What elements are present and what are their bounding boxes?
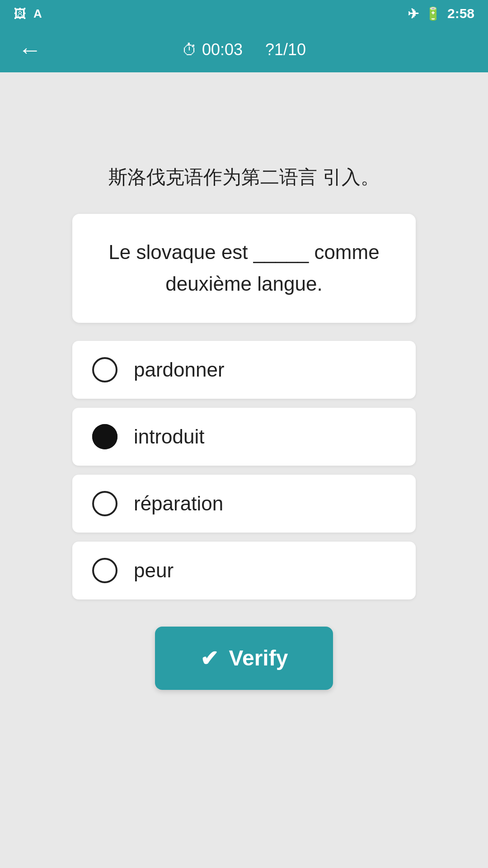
status-bar: 🖼 A ✈ 🔋 2:58 [0, 0, 488, 27]
radio-circle-4 [92, 558, 117, 583]
option-label-1: pardonner [134, 359, 225, 381]
clock-display: 2:58 [447, 6, 474, 21]
question-count: ?1/10 [265, 40, 306, 59]
radio-circle-3 [92, 491, 117, 516]
back-button[interactable]: ← [18, 36, 42, 63]
option-label-4: peur [134, 559, 174, 582]
status-left-icons: 🖼 A [14, 6, 42, 21]
text-status-icon: A [33, 7, 42, 21]
verify-button[interactable]: ✔ Verify [155, 627, 333, 690]
radio-circle-1 [92, 357, 117, 382]
radio-circle-2 [92, 424, 117, 449]
header-info: ⏱ 00:03 ?1/10 [182, 40, 306, 59]
question-card: Le slovaque est _____ comme deuxième lan… [72, 214, 416, 323]
option-introduit[interactable]: introduit [72, 408, 416, 466]
timer-icon: ⏱ [182, 41, 197, 59]
timer-value: 00:03 [202, 40, 243, 59]
battery-icon: 🔋 [425, 6, 441, 21]
timer-display: ⏱ 00:03 [182, 40, 243, 59]
header-bar: ← ⏱ 00:03 ?1/10 [0, 27, 488, 72]
question-context: 斯洛伐克语作为第二语言 引入。 [108, 163, 380, 191]
question-count-value: ?1/10 [265, 40, 306, 59]
verify-label: Verify [229, 646, 288, 670]
main-content: 斯洛伐克语作为第二语言 引入。 Le slovaque est _____ co… [0, 72, 488, 868]
option-label-2: introduit [134, 425, 205, 448]
option-pardonner[interactable]: pardonner [72, 341, 416, 399]
option-peur[interactable]: peur [72, 542, 416, 599]
image-status-icon: 🖼 [14, 6, 26, 21]
status-right-icons: ✈ 🔋 2:58 [408, 6, 474, 22]
airplane-icon: ✈ [408, 6, 419, 22]
verify-checkmark-icon: ✔ [200, 646, 218, 671]
options-container: pardonner introduit réparation peur [72, 341, 416, 599]
option-label-3: réparation [134, 492, 223, 515]
option-reparation[interactable]: réparation [72, 475, 416, 533]
question-text: Le slovaque est _____ comme deuxième lan… [108, 241, 379, 295]
